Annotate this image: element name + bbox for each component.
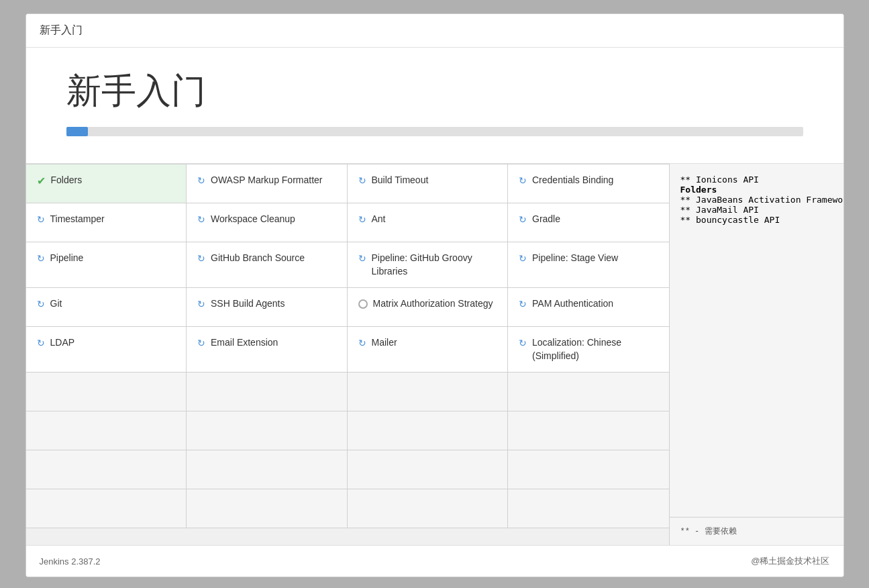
refresh-icon: ↻ [197,175,205,186]
empty-cell [508,489,669,528]
plugin-cell[interactable]: ↻Credentials Binding [508,164,669,203]
plugin-cell[interactable]: ↻Timestamper [26,203,187,242]
main-window: 新手入门 新手入门 ✔Folders↻OWASP Markup Formatte… [25,13,844,577]
plugin-name: LDAP [50,336,75,350]
refresh-icon: ↻ [519,299,527,309]
hero-title: 新手入门 [66,68,803,115]
empty-cell [348,489,509,528]
plugin-name: Pipeline: GitHub Groovy Libraries [372,252,497,278]
refresh-icon: ↻ [519,214,527,225]
refresh-icon: ↻ [519,253,527,264]
empty-cell [348,373,509,411]
title-bar: 新手入门 [26,14,844,48]
plugin-name: Localization: Chinese (Simplified) [532,336,658,362]
plugin-cell[interactable]: ↻Pipeline: Stage View [508,242,669,288]
plugin-cell[interactable]: ↻Git [26,288,187,327]
plugin-cell[interactable]: ↻Email Extension [187,327,348,373]
plugin-cell[interactable]: ↻OWASP Markup Formatter [187,164,348,203]
refresh-icon: ↻ [197,299,205,309]
plugin-cell[interactable]: ↻Pipeline [26,242,187,288]
refresh-icon: ↻ [37,214,45,225]
empty-cell [187,373,348,411]
empty-cell [348,450,509,489]
sidebar-note: ** - 需要依赖 [670,517,844,545]
refresh-icon: ↻ [358,214,366,225]
plugin-cell[interactable]: ↻Ant [348,203,509,242]
plugin-name: PAM Authentication [532,297,613,311]
footer-credit: @稀土掘金技术社区 [751,555,829,567]
progress-bar-container [66,127,803,136]
plugin-name: Pipeline [50,252,84,265]
plugin-name: Mailer [372,336,397,350]
plugin-name: Gradle [532,213,560,226]
refresh-icon: ↻ [197,214,205,225]
plugin-name: Matrix Authorization Strategy [373,297,493,311]
empty-cell [26,489,187,528]
plugin-name: Build Timeout [372,174,429,187]
sidebar-wrapper: ** Ionicons API Folders ** JavaBeans Act… [669,164,844,545]
plugin-name: OWASP Markup Formatter [211,174,322,187]
plugin-name: Folders [51,174,83,187]
plugin-name: Ant [372,213,386,226]
empty-cell [508,411,669,450]
empty-cell [187,489,348,528]
check-icon: ✔ [37,175,46,187]
empty-cell [187,450,348,489]
plugin-name: Workspace Cleanup [211,213,295,226]
empty-cell [26,450,187,489]
sidebar-info-line: ** Ionicons API [680,175,759,185]
plugin-name: SSH Build Agents [211,297,285,311]
refresh-icon: ↻ [358,175,366,186]
refresh-icon: ↻ [519,338,527,348]
plugin-cell[interactable]: Matrix Authorization Strategy [348,288,509,327]
plugin-cell[interactable]: ✔Folders [26,164,187,203]
plugin-cell[interactable]: ↻GitHub Branch Source [187,242,348,288]
sidebar-info-line: ** JavaBeans Activation Framework (JAF) … [680,195,844,205]
plugin-cell[interactable]: ↻Mailer [348,327,509,373]
progress-bar-fill [66,127,89,136]
plugin-name: Email Extension [211,336,278,350]
content-area: ✔Folders↻OWASP Markup Formatter↻Build Ti… [26,164,844,545]
refresh-icon: ↻ [358,253,366,264]
plugins-grid: ✔Folders↻OWASP Markup Formatter↻Build Ti… [26,164,669,545]
plugin-name: Git [50,297,62,311]
refresh-icon: ↻ [358,338,366,348]
plugin-cell[interactable]: ↻Pipeline: GitHub Groovy Libraries [348,242,509,288]
sidebar-info: ** Ionicons API Folders ** JavaBeans Act… [670,164,844,517]
plugin-name: Pipeline: Stage View [532,252,618,265]
plugin-cell[interactable]: ↻PAM Authentication [508,288,669,327]
refresh-icon: ↻ [519,175,527,186]
sidebar-info-line: Folders [680,185,717,195]
circle-icon [358,299,368,309]
refresh-icon: ↻ [37,299,45,309]
plugin-name: Credentials Binding [532,174,613,187]
plugin-name: Timestamper [50,213,105,226]
empty-cell [187,411,348,450]
refresh-icon: ↻ [197,253,205,264]
refresh-icon: ↻ [197,338,205,348]
empty-cell [508,450,669,489]
empty-cell [26,411,187,450]
plugin-cell[interactable]: ↻Localization: Chinese (Simplified) [508,327,669,373]
empty-cell [26,373,187,411]
plugin-cell[interactable]: ↻Workspace Cleanup [187,203,348,242]
footer-version: Jenkins 2.387.2 [40,556,101,567]
sidebar-info-line: ** bouncycastle API [680,215,780,225]
refresh-icon: ↻ [37,338,45,348]
empty-cell [508,373,669,411]
plugin-name: GitHub Branch Source [211,252,305,265]
sidebar-info-line: ** JavaMail API [680,205,759,215]
hero-section: 新手入门 [26,48,844,164]
refresh-icon: ↻ [37,253,45,264]
plugin-cell[interactable]: ↻Build Timeout [348,164,509,203]
footer: Jenkins 2.387.2 @稀土掘金技术社区 [26,545,844,577]
plugin-cell[interactable]: ↻Gradle [508,203,669,242]
empty-cell [348,411,509,450]
plugin-cell[interactable]: ↻LDAP [26,327,187,373]
plugin-cell[interactable]: ↻SSH Build Agents [187,288,348,327]
window-title: 新手入门 [40,24,83,36]
